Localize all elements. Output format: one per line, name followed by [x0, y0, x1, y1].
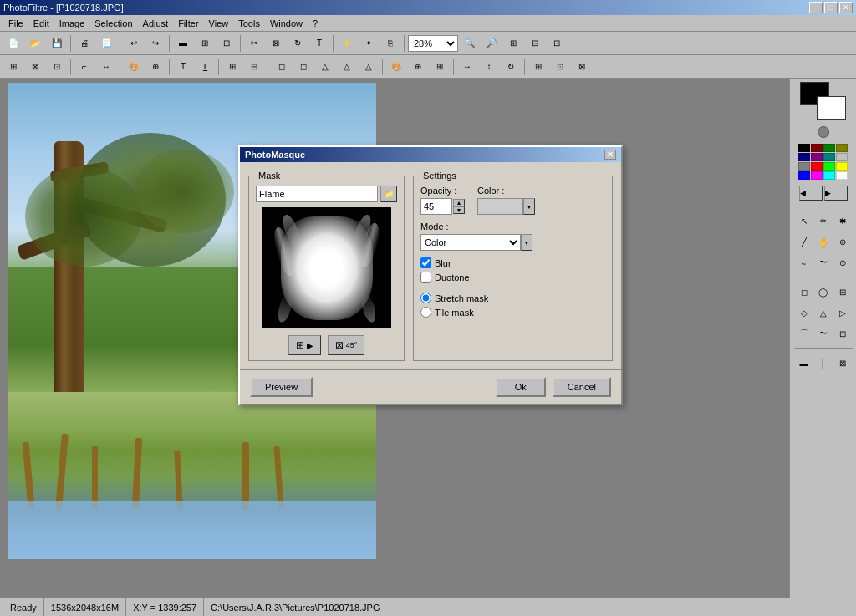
triangle-tool-button[interactable]: △ — [814, 303, 833, 322]
print-button[interactable]: 🖨 — [74, 34, 94, 53]
mask-action-2-button[interactable]: ⊠45° — [328, 335, 365, 355]
palette3-button[interactable]: ⊞ — [430, 58, 450, 76]
save-button[interactable]: 💾 — [47, 34, 67, 53]
hand-tool-button[interactable]: ✋ — [814, 232, 833, 251]
menu-tools[interactable]: Tools — [233, 17, 265, 30]
palette-next-button[interactable]: ▶ — [824, 186, 848, 201]
rotate2-button[interactable]: ↻ — [501, 58, 521, 76]
mask-browse-button[interactable]: 📁 — [380, 186, 397, 202]
lasso-button[interactable]: ⊡ — [217, 34, 237, 53]
pencil-tool-button[interactable]: ✏ — [814, 211, 833, 230]
canvas-area[interactable]: PhotoMasque ✕ Mask 📁 — [0, 79, 789, 598]
palette1-button[interactable]: 🎨 — [386, 58, 406, 76]
ellipse-sel-button[interactable]: ⊞ — [195, 34, 215, 53]
menu-filter[interactable]: Filter — [173, 17, 203, 30]
menu-file[interactable]: File — [3, 17, 28, 30]
shape5-button[interactable]: △ — [359, 58, 379, 76]
menu-edit[interactable]: Edit — [28, 17, 54, 30]
tool2-button[interactable]: ⊠ — [25, 58, 45, 76]
color1-button[interactable]: 🎨 — [124, 58, 144, 76]
palette-cell-silver[interactable] — [836, 153, 848, 161]
extra1-button[interactable]: ⊞ — [528, 58, 548, 76]
menu-selection[interactable]: Selection — [89, 17, 137, 30]
minimize-button[interactable]: ─ — [809, 2, 823, 13]
tool4-button[interactable]: ⌐ — [74, 58, 94, 76]
menu-help[interactable]: ? — [308, 17, 323, 30]
wave-tool-button[interactable]: 〜 — [814, 324, 833, 343]
tool5-button[interactable]: ↔ — [96, 58, 116, 76]
effects-button[interactable]: ✦ — [359, 34, 379, 53]
flip-h-button[interactable]: ↔ — [457, 58, 477, 76]
text-button[interactable]: T — [309, 34, 329, 53]
extra2-button[interactable]: ⊡ — [550, 58, 570, 76]
clone-tool-button[interactable]: ⊕ — [833, 232, 852, 251]
palette-cell-navy[interactable] — [798, 153, 810, 161]
rect-sel-button[interactable]: ▬ — [173, 34, 193, 53]
magic-tool-button[interactable]: ✱ — [833, 211, 852, 230]
shape1-button[interactable]: ◻ — [272, 58, 292, 76]
palette-cell-blue[interactable] — [798, 171, 810, 180]
palette2-button[interactable]: ⊕ — [408, 58, 428, 76]
filter-button[interactable]: ⚡ — [337, 34, 357, 53]
mode-dropdown-button[interactable]: ▼ — [521, 234, 532, 251]
opacity-up-button[interactable]: ▲ — [453, 199, 465, 206]
rotate-button[interactable]: ↻ — [288, 34, 308, 53]
guide-button[interactable]: ⊟ — [244, 58, 264, 76]
palette-prev-button[interactable]: ◀ — [799, 186, 823, 201]
mask-action-1-button[interactable]: ⊞▶ — [288, 335, 321, 355]
menu-window[interactable]: Window — [265, 17, 308, 30]
menu-image[interactable]: Image — [54, 17, 90, 30]
zoom-out-button[interactable]: 🔎 — [482, 34, 502, 53]
text2-button[interactable]: T — [173, 58, 193, 76]
extra3-button[interactable]: ⊠ — [572, 58, 592, 76]
type1-tool-button[interactable]: ▬ — [795, 354, 813, 372]
layer-tool-button[interactable]: ⊡ — [833, 324, 852, 343]
cancel-button[interactable]: Cancel — [553, 377, 611, 397]
palette-cell-purple[interactable] — [811, 153, 823, 161]
zoom-fit-button[interactable]: ⊞ — [503, 34, 523, 53]
oval-tool-button[interactable]: ◯ — [814, 283, 833, 301]
select-tool-button[interactable]: ↖ — [795, 211, 813, 230]
erase-tool-button[interactable]: ⊙ — [833, 253, 852, 272]
print2-button[interactable]: 📃 — [96, 34, 116, 53]
palette-cell-lime[interactable] — [823, 162, 835, 171]
open-button[interactable]: 📂 — [25, 34, 45, 53]
new-button[interactable]: 📄 — [3, 34, 23, 53]
menu-adjust[interactable]: Adjust — [138, 17, 174, 30]
menu-view[interactable]: View — [204, 17, 234, 30]
shape3-button[interactable]: △ — [315, 58, 335, 76]
fill-tool-button[interactable]: ⊞ — [833, 283, 852, 301]
ok-button[interactable]: Ok — [496, 377, 546, 397]
text3-button[interactable]: T̲ — [195, 58, 215, 76]
shape2-button[interactable]: ◻ — [293, 58, 313, 76]
stretch-radio[interactable] — [420, 293, 431, 303]
tool1-button[interactable]: ⊞ — [3, 58, 23, 76]
arrow-tool-button[interactable]: ▷ — [833, 303, 852, 322]
palette-cell-fuchsia[interactable] — [811, 171, 823, 180]
zoom-select[interactable]: 28% 10% 25% 50% 100% — [408, 35, 458, 52]
opacity-input[interactable] — [420, 198, 452, 215]
flip-v-button[interactable]: ↕ — [479, 58, 499, 76]
duotone-checkbox[interactable] — [420, 272, 431, 283]
smudge-tool-button[interactable]: 〜 — [814, 253, 833, 272]
palette-cell-olive[interactable] — [836, 144, 848, 152]
undo-button[interactable]: ↩ — [124, 34, 144, 53]
blur-checkbox[interactable] — [420, 257, 431, 268]
type2-tool-button[interactable]: │ — [814, 354, 833, 372]
blur-tool-button[interactable]: ≈ — [795, 253, 813, 272]
preview-button[interactable]: Preview — [250, 377, 313, 397]
type3-tool-button[interactable]: ⊠ — [833, 354, 852, 372]
palette-cell-green[interactable] — [823, 144, 835, 152]
color-picker-box[interactable] — [477, 198, 523, 215]
curve-tool-button[interactable]: ⌒ — [795, 324, 813, 343]
zoom-actual-button[interactable]: ⊟ — [525, 34, 545, 53]
palette-cell-red[interactable] — [811, 162, 823, 171]
fullscreen-button[interactable]: ⊡ — [547, 34, 567, 53]
close-button[interactable]: ✕ — [839, 2, 853, 13]
shape4-button[interactable]: △ — [337, 58, 357, 76]
palette-cell-yellow[interactable] — [836, 162, 848, 171]
palette-cell-gray[interactable] — [798, 162, 810, 171]
mask-name-input[interactable] — [256, 186, 378, 202]
mode-select[interactable]: Color Normal Multiply Screen Overlay — [420, 234, 521, 251]
grid-button[interactable]: ⊞ — [222, 58, 242, 76]
